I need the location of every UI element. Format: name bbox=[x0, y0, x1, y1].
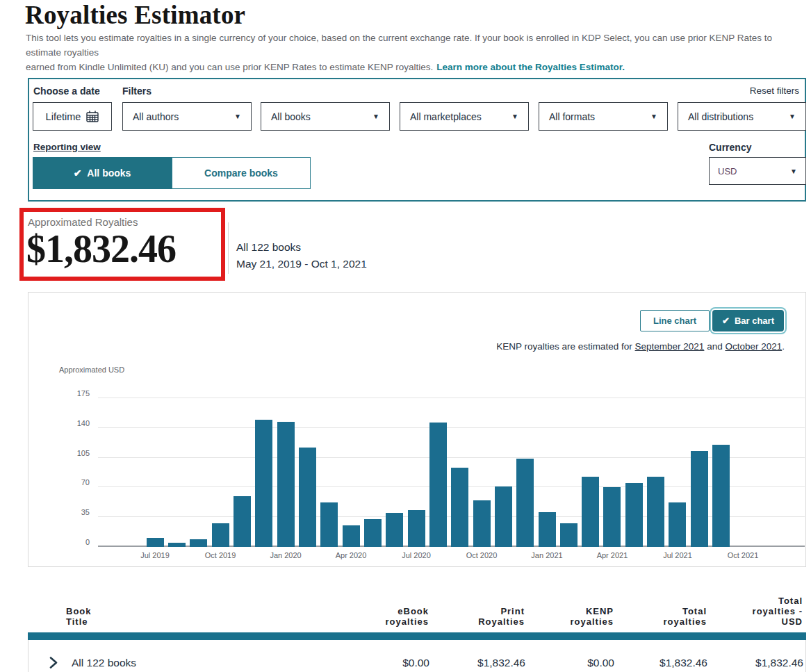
tab-compare-books[interactable]: Compare books bbox=[172, 157, 311, 189]
currency-dropdown[interactable]: USD ▼ bbox=[709, 157, 806, 185]
row-print-royalties: $1,832.46 bbox=[435, 657, 525, 669]
x-tick-label-jan-2020: Jan 2020 bbox=[258, 551, 313, 559]
bar-jun-2021 bbox=[647, 477, 664, 547]
x-tick-label-jul-2021: Jul 2021 bbox=[650, 551, 705, 559]
bar-may-2021 bbox=[625, 483, 643, 547]
date-range-value: Lifetime bbox=[46, 111, 81, 122]
bar-jan-2021 bbox=[539, 512, 556, 547]
formats-filter-dropdown[interactable]: All formats ▼ bbox=[539, 102, 668, 131]
bar-sep-2021 bbox=[712, 445, 730, 547]
y-tick-label-140: 140 bbox=[59, 419, 90, 427]
bar-jul-2020 bbox=[408, 510, 425, 547]
bar-apr-2020 bbox=[343, 525, 360, 547]
row-total-royalties-usd: $1,832.46 bbox=[713, 657, 803, 669]
x-tick-label-oct-2020: Oct 2020 bbox=[454, 551, 509, 559]
summary-book-count: All 122 books bbox=[236, 241, 301, 254]
x-tick-label-jul-2019: Jul 2019 bbox=[127, 551, 183, 559]
filters-label: Filters bbox=[122, 85, 151, 97]
y-tick-label-0: 0 bbox=[59, 538, 90, 546]
chevron-down-icon: ▼ bbox=[790, 167, 797, 175]
y-tick-label-35: 35 bbox=[59, 508, 90, 516]
bar-apr-2021 bbox=[603, 487, 621, 547]
col-header-total-royalties-usd: Total royalties - USD bbox=[712, 596, 803, 627]
marketplaces-filter-value: All marketplaces bbox=[410, 111, 482, 122]
bar-jan-2020 bbox=[277, 422, 295, 547]
x-tick-label-jan-2021: Jan 2021 bbox=[519, 551, 575, 559]
y-tick-label-70: 70 bbox=[59, 478, 90, 486]
reset-filters-link[interactable]: Reset filters bbox=[750, 85, 799, 96]
row-book-title: All 122 books bbox=[72, 657, 136, 669]
learn-more-link[interactable]: Learn more about the Royalties Estimator… bbox=[436, 62, 625, 72]
chevron-down-icon: ▼ bbox=[234, 113, 241, 120]
page-description: This tool lets you estimate royalties in… bbox=[26, 31, 808, 74]
bar-may-2020 bbox=[364, 519, 382, 547]
tab-compare-books-label: Compare books bbox=[204, 167, 278, 179]
col-header-book-title: Book Title bbox=[66, 606, 92, 627]
gridline-175 bbox=[98, 398, 805, 398]
royalties-table-header: Book Title eBook royalties Print Royalti… bbox=[28, 586, 806, 630]
bar-aug-2020 bbox=[429, 423, 447, 547]
books-filter-dropdown[interactable]: All books ▼ bbox=[261, 102, 390, 131]
bar-oct-2020 bbox=[473, 500, 491, 547]
distributions-filter-value: All distributions bbox=[688, 111, 753, 122]
currency-label: Currency bbox=[709, 142, 751, 153]
col-header-ebook-royalties: eBook royalties bbox=[338, 606, 429, 627]
bar-oct-2019 bbox=[212, 523, 229, 547]
books-filter-value: All books bbox=[271, 111, 311, 122]
bar-feb-2021 bbox=[560, 523, 577, 547]
description-text: This tool lets you estimate royalties in… bbox=[26, 33, 772, 72]
col-header-kenp-royalties: KENP royalties bbox=[523, 606, 614, 627]
tab-all-books-label: All books bbox=[87, 167, 131, 179]
bar-dec-2020 bbox=[516, 459, 534, 547]
table-accent-bar bbox=[28, 632, 806, 640]
bar-nov-2020 bbox=[495, 486, 512, 547]
summary-divider bbox=[228, 222, 229, 274]
check-icon: ✔ bbox=[74, 167, 82, 179]
bar-aug-2019 bbox=[168, 543, 186, 547]
date-range-button[interactable]: Lifetime bbox=[33, 102, 112, 131]
row-kenp-royalties: $0.00 bbox=[524, 657, 614, 669]
table-row: All 122 books $0.00 $1,832.46 $0.00 $1,8… bbox=[28, 640, 806, 672]
bar-jul-2021 bbox=[669, 502, 686, 547]
page-title: Royalties Estimator bbox=[25, 0, 245, 30]
x-tick-label-apr-2021: Apr 2021 bbox=[584, 551, 640, 559]
bar-sep-2019 bbox=[190, 539, 207, 547]
bar-aug-2021 bbox=[691, 451, 708, 547]
x-tick-label-oct-2021: Oct 2021 bbox=[715, 551, 771, 559]
y-tick-label-175: 175 bbox=[59, 389, 90, 398]
chevron-down-icon: ▼ bbox=[511, 113, 518, 120]
chevron-down-icon: ▼ bbox=[789, 113, 796, 120]
royalties-estimator-page: Royalties Estimator This tool lets you e… bbox=[0, 0, 811, 672]
x-tick-label-oct-2019: Oct 2019 bbox=[192, 551, 248, 559]
choose-date-label: Choose a date bbox=[33, 85, 100, 97]
chevron-down-icon: ▼ bbox=[650, 113, 657, 120]
col-header-print-royalties: Print Royalties bbox=[434, 606, 525, 627]
bar-jul-2019 bbox=[147, 538, 164, 547]
chart-card: Line chart ✔ Bar chart KENP royalties ar… bbox=[28, 292, 806, 567]
gridline-140 bbox=[98, 427, 805, 428]
bar-nov-2019 bbox=[234, 496, 251, 547]
x-tick-label-apr-2020: Apr 2020 bbox=[323, 551, 379, 559]
authors-filter-dropdown[interactable]: All authors ▼ bbox=[122, 102, 252, 131]
y-tick-label-105: 105 bbox=[59, 449, 90, 457]
marketplaces-filter-dropdown[interactable]: All marketplaces ▼ bbox=[400, 102, 529, 131]
bar-mar-2020 bbox=[320, 502, 338, 547]
chevron-down-icon: ▼ bbox=[372, 113, 379, 120]
approximated-royalties-amount: $1,832.46 bbox=[26, 227, 176, 271]
expand-chevron-icon[interactable] bbox=[49, 657, 58, 671]
filter-panel: Choose a date Filters Reset filters Life… bbox=[28, 78, 806, 202]
bar-feb-2020 bbox=[299, 448, 316, 547]
row-ebook-royalties: $0.00 bbox=[339, 657, 429, 669]
currency-value: USD bbox=[718, 166, 737, 177]
bar-chart-plot bbox=[98, 293, 805, 547]
formats-filter-value: All formats bbox=[549, 111, 595, 122]
bar-jun-2020 bbox=[386, 513, 403, 547]
reporting-view-label: Reporting view bbox=[33, 142, 101, 152]
summary-date-range: May 21, 2019 - Oct 1, 2021 bbox=[236, 258, 367, 270]
bar-sep-2020 bbox=[451, 468, 468, 547]
distributions-filter-dropdown[interactable]: All distributions ▼ bbox=[678, 102, 806, 131]
x-tick-label-jul-2020: Jul 2020 bbox=[388, 551, 444, 559]
row-total-royalties: $1,832.46 bbox=[617, 657, 707, 669]
bar-mar-2021 bbox=[582, 477, 599, 547]
tab-all-books[interactable]: ✔ All books bbox=[33, 157, 172, 189]
